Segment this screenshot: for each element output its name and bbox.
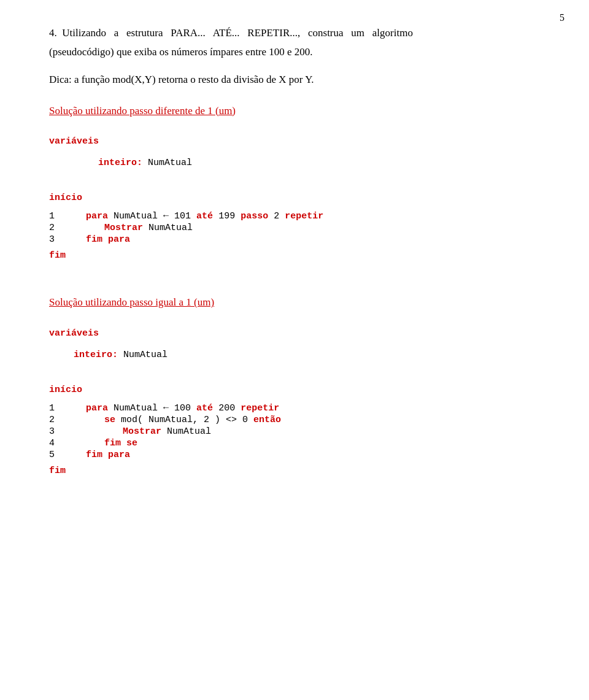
- solution1-block: Solução utilizando passo diferente de 1 …: [49, 103, 552, 264]
- code-line-1-3: 3 fim para: [49, 234, 552, 245]
- code-line-2-4: 4 fim se: [49, 438, 552, 448]
- code-line-2-3: 3 Mostrar NumAtual: [49, 426, 552, 437]
- line-content-1-1: para NumAtual ← 101 até 199 passo 2 repe…: [67, 211, 323, 221]
- line-content-2-4: fim se: [67, 438, 137, 448]
- question-text-line2: (pseudocódigo) que exiba os números ímpa…: [49, 44, 552, 60]
- inicio-keyword-1: início: [49, 193, 82, 203]
- line-number-2-3: 3: [49, 426, 67, 437]
- variables-keyword-2: variáveis: [49, 328, 99, 339]
- line-number-1-1: 1: [49, 211, 67, 221]
- question-block: 4. Utilizando a estrutura PARA... ATÉ...…: [49, 25, 552, 88]
- code-line-2-5: 5 fim para: [49, 450, 552, 460]
- solution2-code: início 1 para NumAtual ← 100 até 200 rep…: [49, 382, 552, 479]
- question-text-line1: 4. Utilizando a estrutura PARA... ATÉ...…: [49, 25, 552, 41]
- code-line-2-1: 1 para NumAtual ← 100 até 200 repetir: [49, 403, 552, 413]
- solution1-code: início 1 para NumAtual ← 101 até 199 pas…: [49, 190, 552, 264]
- line-content-1-2: Mostrar NumAtual: [67, 223, 193, 233]
- code-line-1-1: 1 para NumAtual ← 101 até 199 passo 2 re…: [49, 211, 552, 221]
- line-content-2-5: fim para: [67, 450, 130, 460]
- fim-keyword-1: fim: [49, 250, 66, 261]
- inicio-keyword-2: início: [49, 385, 82, 395]
- solution2-title: Solução utilizando passo igual a 1 (um): [49, 294, 552, 310]
- line-number-1-2: 2: [49, 223, 67, 233]
- line-number-2-5: 5: [49, 450, 67, 460]
- line-content-2-1: para NumAtual ← 100 até 200 repetir: [67, 403, 279, 413]
- solution1-title: Solução utilizando passo diferente de 1 …: [49, 103, 552, 119]
- solution2-variables: variáveis inteiro: NumAtual: [49, 325, 552, 363]
- line-content-1-3: fim para: [67, 234, 130, 245]
- variables-keyword-1: variáveis: [49, 136, 99, 147]
- fim-keyword-2: fim: [49, 466, 66, 476]
- solution1-variables: variáveis inteiro: NumAtual: [49, 133, 552, 171]
- line-number-2-1: 1: [49, 403, 67, 413]
- solution2-block: Solução utilizando passo igual a 1 (um) …: [49, 294, 552, 479]
- line-content-2-3: Mostrar NumAtual: [67, 426, 211, 437]
- numatual-var-1: NumAtual: [148, 158, 192, 168]
- page-number: 5: [560, 12, 564, 23]
- line-number-2-4: 4: [49, 438, 67, 448]
- code-line-1-2: 2 Mostrar NumAtual: [49, 223, 552, 233]
- code-line-2-2: 2 se mod( NumAtual, 2 ) <> 0 então: [49, 415, 552, 425]
- line-content-2-2: se mod( NumAtual, 2 ) <> 0 então: [67, 415, 281, 425]
- line-number-2-2: 2: [49, 415, 67, 425]
- inteiro-keyword-2: inteiro:: [74, 350, 118, 360]
- line-number-1-3: 3: [49, 234, 67, 245]
- numatual-var-2: NumAtual: [123, 350, 167, 360]
- hint-text: Dica: a função mod(X,Y) retorna o resto …: [49, 71, 552, 88]
- inteiro-keyword-1: inteiro:: [98, 158, 142, 168]
